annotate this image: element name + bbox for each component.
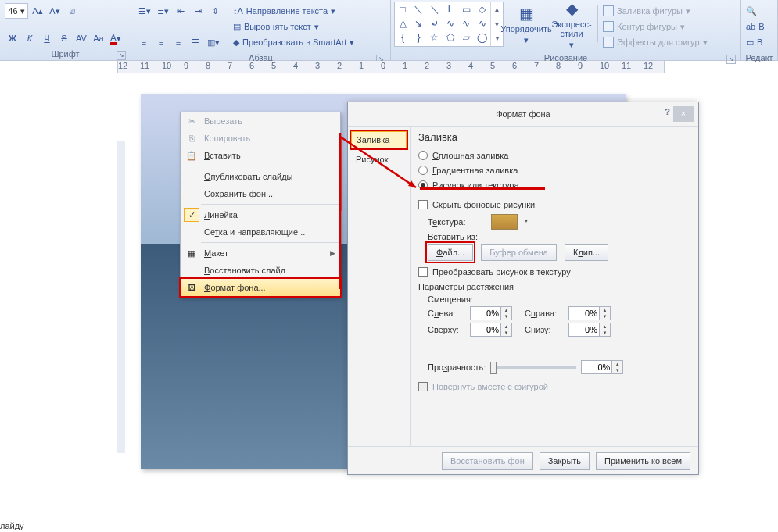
dialog-pane: Заливка Сплошная заливка Градиентная зал… (411, 127, 698, 446)
align-center-button[interactable]: ≡ (153, 34, 169, 50)
cut-icon: ✂ (184, 114, 199, 128)
horizontal-ruler[interactable]: 1211109876543210123456789101112 (117, 61, 665, 73)
radio-picture[interactable]: Рисунок или текстура (418, 177, 690, 192)
font-dialog-launcher[interactable]: ↘ (117, 51, 126, 60)
dialog-nav: Заливка Рисунок (348, 127, 411, 446)
bullets-button[interactable]: ☰▾ (136, 3, 153, 19)
dialog-footer: Восстановить фон Закрыть Применить ко вс… (348, 446, 698, 474)
cm-cut: ✂Вырезать (181, 112, 340, 130)
offset-top[interactable]: ▲▼ (470, 323, 512, 337)
justify-button[interactable]: ☰ (188, 34, 203, 50)
transparency-spin[interactable]: ▲▼ (581, 360, 623, 374)
align-left-button[interactable]: ≡ (136, 34, 152, 50)
draw-dialog-launcher[interactable]: ↘ (726, 55, 736, 64)
arrange-button[interactable]: ▦Упорядочить▾ (504, 2, 549, 47)
align-text-button[interactable]: ▤Выровнять текст ▾ (233, 19, 354, 34)
select-icon: ▭ (746, 37, 754, 48)
nav-picture[interactable]: Рисунок (351, 152, 407, 167)
grow-font-button[interactable]: A▴ (30, 3, 45, 19)
smartart-button[interactable]: ◆Преобразовать в SmartArt ▾ (233, 34, 354, 50)
separator (201, 204, 339, 205)
text-direction-button[interactable]: ↕AНаправление текста ▾ (233, 3, 354, 19)
smartart-icon: ◆ (233, 37, 239, 48)
charspacing-button[interactable]: AV (73, 30, 89, 46)
offset-left[interactable]: ▲▼ (470, 306, 512, 320)
dialog-titlebar: Формат фона ? × (348, 102, 698, 126)
layout-icon: ▦ (184, 246, 199, 260)
group-label-font: Шрифт↘ (3, 48, 127, 60)
case-button[interactable]: Aa (91, 30, 106, 46)
separator (228, 5, 228, 42)
separator (201, 242, 339, 243)
close-dialog-button[interactable]: Закрыть (540, 452, 590, 470)
texture-picker[interactable] (491, 214, 518, 230)
context-menu: ✂Вырезать ⎘Копировать 📋Вставить Опублико… (180, 112, 341, 297)
numbering-button[interactable]: ≣▾ (155, 3, 171, 19)
font-size-select[interactable]: 46 ▾ (5, 3, 28, 19)
find-button[interactable]: 🔍 (746, 3, 765, 19)
align-text-icon: ▤ (233, 22, 241, 32)
shape-outline-button[interactable]: Контур фигуры ▾ (603, 19, 708, 34)
offset-bottom[interactable]: ▲▼ (568, 323, 611, 337)
gallery-more[interactable]: ▾ (490, 31, 503, 46)
ribbon: 46 ▾ A▴ A▾ ⎚ Ж К Ч S AV Aa A▾ Шрифт↘ (0, 0, 778, 61)
gallery-up[interactable]: ▲ (490, 2, 503, 17)
stretch-label: Параметры растяжения (418, 282, 690, 291)
cm-grid[interactable]: Сетка и направляющие... (181, 223, 340, 241)
cm-save-bg[interactable]: Сохранить фон... (181, 185, 340, 202)
cm-restore[interactable]: Восстановить слайд (181, 262, 340, 279)
replace-button[interactable]: abВ (746, 19, 765, 34)
cm-publish[interactable]: Опубликовать слайды (181, 168, 340, 185)
insert-from-label: Вставить из: (428, 232, 690, 241)
reset-button[interactable]: Восстановить фон (442, 452, 533, 470)
columns-button[interactable]: ▥▾ (205, 34, 222, 50)
format-bg-icon: 🖼 (184, 280, 199, 295)
radio-gradient[interactable]: Градиентная заливка (418, 162, 690, 177)
font-color-button[interactable]: A▾ (108, 30, 124, 46)
find-icon: 🔍 (746, 6, 757, 16)
texture-row: Текстура: (428, 214, 690, 230)
linespace-button[interactable]: ⇕ (207, 3, 223, 19)
close-button[interactable]: × (673, 106, 694, 122)
effects-icon (603, 37, 614, 48)
indent-button[interactable]: ⇥ (190, 3, 206, 19)
paste-icon: 📋 (184, 148, 199, 162)
radio-solid[interactable]: Сплошная заливка (418, 148, 690, 162)
separator (597, 5, 598, 42)
clipart-button[interactable]: Клип... (565, 244, 608, 261)
outdent-button[interactable]: ⇤ (173, 3, 188, 19)
shape-effects-button[interactable]: Эффекты для фигур ▾ (603, 34, 708, 50)
shrink-font-button[interactable]: A▾ (47, 3, 63, 19)
strike-button[interactable]: S (56, 30, 72, 46)
cm-format-bg[interactable]: 🖼Формат фона... (180, 278, 341, 297)
outline-icon (603, 21, 614, 32)
dialog-title: Формат фона (496, 109, 550, 119)
check-rotate: Повернуть вместе с фигурой (418, 379, 690, 394)
shape-fill-button[interactable]: Заливка фигуры ▾ (603, 3, 708, 19)
select-button[interactable]: ▭В (746, 34, 765, 50)
clear-format-button[interactable]: ⎚ (64, 3, 80, 19)
check-tile[interactable]: Преобразовать рисунок в текстуру (418, 264, 690, 279)
bold-button[interactable]: Ж (5, 30, 20, 46)
fill-icon (603, 5, 614, 16)
underline-button[interactable]: Ч (39, 30, 55, 46)
quick-styles-button[interactable]: ◆Экспресс-стили▾ (549, 2, 594, 47)
cm-paste[interactable]: 📋Вставить (181, 147, 340, 164)
ribbon-group-drawing: □＼＼L▭◇ △↘⤾∿∿∿ {}☆⬠▱◯ ▲▼▾ ▦Упорядочить▾ ◆… (391, 0, 741, 60)
nav-fill[interactable]: Заливка (351, 131, 407, 148)
ribbon-group-font: 46 ▾ A▴ A▾ ⎚ Ж К Ч S AV Aa A▾ Шрифт↘ (0, 0, 131, 60)
offset-right[interactable]: ▲▼ (568, 306, 611, 320)
cm-ruler[interactable]: ✓Линейка (181, 206, 340, 223)
shapes-gallery[interactable]: □＼＼L▭◇ △↘⤾∿∿∿ {}☆⬠▱◯ ▲▼▾ (394, 2, 504, 47)
clipboard-button: Буфер обмена (481, 244, 557, 261)
transparency-slider[interactable] (490, 366, 576, 369)
align-right-button[interactable]: ≡ (170, 34, 186, 50)
check-hide-bg[interactable]: Скрыть фоновые рисунки (418, 197, 690, 212)
format-background-dialog: Формат фона ? × Заливка Рисунок Заливка … (347, 102, 699, 475)
italic-button[interactable]: К (22, 30, 38, 46)
file-button[interactable]: Файл... (428, 244, 473, 261)
cm-layout[interactable]: ▦Макет▶ (181, 245, 340, 262)
help-button[interactable]: ? (665, 107, 670, 116)
quick-styles-icon: ◆ (566, 0, 578, 18)
apply-all-button[interactable]: Применить ко всем (596, 452, 690, 470)
